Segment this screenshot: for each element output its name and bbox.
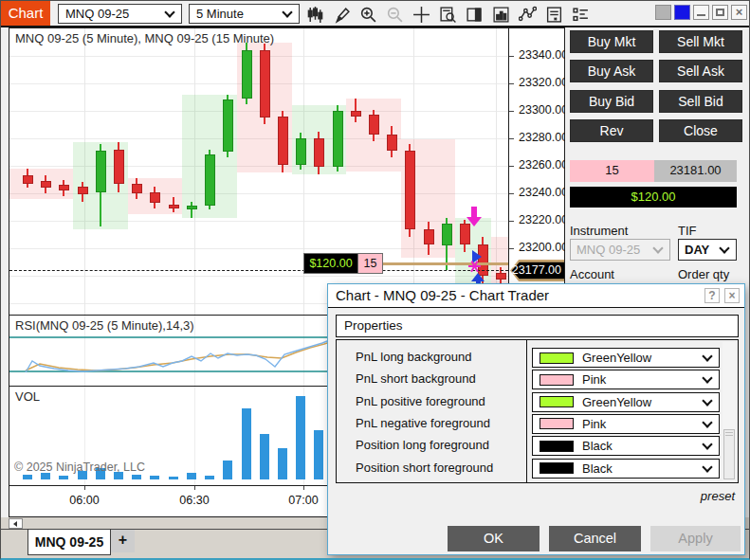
color-name: Pink xyxy=(574,372,700,387)
drawing-tools-icon[interactable] xyxy=(333,6,351,24)
property-label: PnL short background xyxy=(356,371,476,386)
strategies-icon[interactable] xyxy=(519,6,537,24)
price-axis[interactable]: 23177.00 23340.0023320.0023300.0023280.0… xyxy=(509,28,564,315)
chevron-down-icon xyxy=(164,7,174,17)
time-tick-label: 06:30 xyxy=(179,494,209,507)
entry-price-line[interactable] xyxy=(374,262,508,265)
volume-bar xyxy=(132,475,141,479)
chevron-down-icon xyxy=(702,440,712,450)
grid-divider xyxy=(526,340,527,482)
instrument-selector-value: MNQ 09-25 xyxy=(59,7,162,21)
current-price-tag: 23177.00 xyxy=(510,260,564,281)
chart-window: Chart MNQ 09-25 5 Minute × MNQ 09-25 (5 … xyxy=(0,0,750,560)
instrument-link-button[interactable] xyxy=(655,5,671,20)
cancel-button[interactable]: Cancel xyxy=(549,526,641,551)
time-tick xyxy=(303,486,304,490)
properties-group: PnL long backgroundGreenYellowPnL short … xyxy=(336,339,739,483)
buy-bid-button[interactable]: Buy Bid xyxy=(570,90,653,113)
position-pnl-value: $120.00 xyxy=(304,254,357,273)
object-list-icon[interactable] xyxy=(572,6,590,24)
volume-bar xyxy=(205,476,214,479)
interval-selector[interactable]: 5 Minute xyxy=(189,4,300,24)
candle-body xyxy=(114,150,124,184)
volume-bar xyxy=(169,477,178,479)
instrument-selector[interactable]: MNQ 09-25 xyxy=(58,4,182,24)
candle-body xyxy=(150,192,160,204)
position-short-foreground-combo[interactable]: Black xyxy=(532,459,720,479)
star-marker xyxy=(468,260,481,272)
sell-bid-button[interactable]: Sell Bid xyxy=(659,90,742,113)
color-swatch xyxy=(540,396,574,407)
tab-mnq-09-25[interactable]: MNQ 09-25 xyxy=(27,529,111,555)
volume-bar xyxy=(314,430,323,479)
candle-body xyxy=(369,115,379,134)
arrow-down-marker xyxy=(466,207,482,226)
close-button[interactable]: × xyxy=(731,5,747,20)
price-tick xyxy=(509,166,514,167)
maximize-button[interactable] xyxy=(712,5,728,20)
chart-properties-icon[interactable] xyxy=(545,6,563,24)
data-box-icon[interactable] xyxy=(439,6,457,24)
sell-ask-button[interactable]: Sell Ask xyxy=(659,60,742,82)
sell-mkt-button[interactable]: Sell Mkt xyxy=(659,30,742,53)
apply-button[interactable]: Apply xyxy=(650,526,741,551)
interval-link-button[interactable] xyxy=(674,5,690,20)
properties-scrollbar[interactable] xyxy=(723,342,736,480)
volume-bar xyxy=(278,448,287,479)
chevron-down-icon xyxy=(702,395,712,406)
candle-body xyxy=(169,205,179,208)
pnl-positive-foreground-combo[interactable]: GreenYellow xyxy=(532,392,720,412)
price-tick-label: 23320.00 xyxy=(519,76,568,89)
tab-scroll-left[interactable] xyxy=(9,518,23,529)
position-avg-price-cell: 23181.00 xyxy=(654,160,737,182)
buy-mkt-button[interactable]: Buy Mkt xyxy=(570,30,653,53)
candle-body xyxy=(405,151,415,229)
candle-body xyxy=(351,111,361,117)
volume-bar xyxy=(41,473,50,479)
ok-button[interactable]: OK xyxy=(448,526,540,551)
property-label: Position long foreground xyxy=(356,438,489,452)
minimize-button[interactable] xyxy=(693,5,709,20)
help-button[interactable]: ? xyxy=(704,288,720,303)
chart-style-icon[interactable] xyxy=(306,6,324,24)
candle-body xyxy=(333,111,343,167)
scrollbar-thumb[interactable] xyxy=(723,429,735,479)
buy-ask-button[interactable]: Buy Ask xyxy=(570,60,653,82)
volume-bar xyxy=(150,476,159,479)
color-swatch xyxy=(540,462,574,474)
properties-section-header[interactable]: Properties xyxy=(336,315,739,337)
volume-bar xyxy=(223,461,232,479)
rev-button[interactable]: Rev xyxy=(570,119,653,142)
crosshair-icon[interactable] xyxy=(412,6,430,24)
price-tick-label: 23260.00 xyxy=(519,158,568,172)
tif-combo[interactable]: DAY xyxy=(678,239,737,261)
account-field-label: Account xyxy=(570,267,614,281)
position-pnl-cell: $120.00 xyxy=(570,187,737,208)
window-type-tab[interactable]: Chart xyxy=(1,1,50,26)
time-tick-label: 07:00 xyxy=(288,494,318,507)
zoom-out-icon[interactable] xyxy=(386,6,404,24)
zoom-in-icon[interactable] xyxy=(359,6,377,24)
price-panel[interactable]: MNQ 09-25 (5 Minute), MNQ 09-25 (15 Minu… xyxy=(9,28,508,315)
time-tick xyxy=(84,486,85,490)
preset-link[interactable]: preset xyxy=(701,489,735,503)
grid-line xyxy=(194,387,195,485)
position-pnl-tag[interactable]: $120.00 15 xyxy=(303,253,383,274)
candle-body xyxy=(41,181,51,188)
price-tick xyxy=(509,248,514,249)
pnl-negative-foreground-combo[interactable]: Pink xyxy=(532,414,720,434)
pnl-long-background-combo[interactable]: GreenYellow xyxy=(532,348,720,368)
candle-body xyxy=(242,50,252,99)
close-button[interactable]: Close xyxy=(659,119,742,142)
price-tick xyxy=(509,138,514,139)
position-long-foreground-combo[interactable]: Black xyxy=(532,436,720,456)
pnl-short-background-combo[interactable]: Pink xyxy=(532,370,720,389)
add-tab-button[interactable]: + xyxy=(111,530,135,552)
dialog-close-button[interactable]: × xyxy=(724,288,740,303)
dialog-title[interactable]: Chart - MNQ 09-25 - Chart Trader xyxy=(328,284,744,308)
position-quantity-cell: 15 xyxy=(570,160,654,182)
order-qty-field-label: Order qty xyxy=(678,267,729,281)
indicators-icon[interactable] xyxy=(492,6,510,24)
chart-panel-icon[interactable] xyxy=(466,6,484,24)
candle-body xyxy=(205,154,215,206)
